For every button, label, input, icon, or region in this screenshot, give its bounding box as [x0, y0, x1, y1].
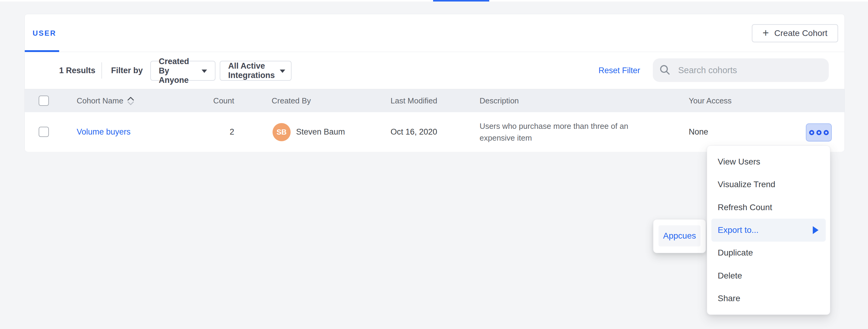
select-all-checkbox[interactable]	[39, 95, 49, 106]
menu-item-export-to-label: Export to...	[718, 225, 758, 235]
created-by-dropdown[interactable]: Created By Anyone	[150, 61, 216, 81]
cohort-count: 2	[182, 112, 234, 152]
integrations-dropdown-label: All Active Integrations	[228, 61, 275, 80]
cohort-name-header-label: Cohort Name	[77, 96, 123, 106]
dot-icon	[816, 130, 822, 135]
last-modified-cell: Oct 16, 2020	[391, 112, 437, 152]
menu-item-view-users[interactable]: View Users	[711, 150, 826, 173]
column-header-description: Description	[479, 89, 519, 112]
top-nav-strip	[0, 0, 868, 1]
your-access-cell: None	[689, 112, 708, 152]
create-cohort-button[interactable]: + Create Cohort	[752, 24, 838, 42]
column-header-last-modified: Last Modified	[391, 89, 437, 112]
filter-divider	[101, 62, 102, 79]
caret-down-icon	[280, 70, 285, 73]
cohort-name-link[interactable]: Volume buyers	[77, 112, 131, 152]
sort-icon	[127, 97, 134, 105]
created-by-dropdown-label: Created By Anyone	[159, 57, 197, 85]
cohorts-screen: USER + Create Cohort 1 Results Filter by…	[0, 0, 868, 329]
description-cell: Users who purchase more than three of an…	[479, 112, 628, 152]
caret-down-icon	[202, 70, 207, 73]
column-header-created-by: Created By	[272, 89, 311, 112]
results-count: 1 Results	[59, 52, 95, 89]
cohorts-panel: USER + Create Cohort 1 Results Filter by…	[25, 14, 845, 152]
export-submenu: Appcues	[653, 219, 706, 253]
active-nav-tab-indicator	[433, 0, 489, 1]
menu-item-visualize-trend[interactable]: Visualize Trend	[711, 173, 826, 196]
menu-item-share[interactable]: Share	[711, 287, 826, 310]
plus-icon: +	[763, 28, 769, 38]
submenu-arrow-icon	[813, 226, 818, 234]
dot-icon	[824, 130, 829, 135]
created-by-cell: SB Steven Baum	[273, 112, 345, 152]
menu-item-export-to[interactable]: Export to...	[711, 219, 826, 241]
column-header-count: Count	[182, 89, 234, 112]
tab-user[interactable]: USER	[33, 14, 56, 52]
filter-bar: 1 Results Filter by Created By Anyone Al…	[25, 52, 844, 89]
tab-bar: USER + Create Cohort	[25, 14, 844, 52]
filter-by-label: Filter by	[111, 52, 143, 89]
menu-item-delete[interactable]: Delete	[711, 264, 826, 287]
menu-item-duplicate[interactable]: Duplicate	[711, 242, 826, 264]
create-cohort-label: Create Cohort	[774, 28, 828, 38]
search-icon	[659, 64, 671, 76]
table-header: Cohort Name Count Created By Last Modifi…	[25, 89, 844, 112]
dot-icon	[809, 130, 814, 135]
reset-filter-link[interactable]: Reset Filter	[598, 52, 640, 89]
row-checkbox[interactable]	[39, 127, 49, 137]
avatar: SB	[273, 123, 291, 141]
description-line: expensive item	[479, 132, 532, 144]
integrations-dropdown[interactable]: All Active Integrations	[220, 61, 291, 81]
description-line: Users who purchase more than three of an	[479, 120, 628, 132]
column-header-cohort-name[interactable]: Cohort Name	[77, 89, 134, 112]
search-input[interactable]	[678, 65, 823, 75]
more-actions-button[interactable]	[806, 124, 832, 141]
tab-user-label: USER	[33, 29, 56, 37]
created-by-name: Steven Baum	[296, 127, 345, 137]
row-context-menu: View Users Visualize Trend Refresh Count…	[707, 145, 830, 315]
submenu-item-appcues[interactable]: Appcues	[658, 225, 701, 246]
search-box[interactable]	[653, 58, 829, 82]
menu-item-refresh-count[interactable]: Refresh Count	[711, 196, 826, 219]
column-header-your-access: Your Access	[689, 89, 732, 112]
